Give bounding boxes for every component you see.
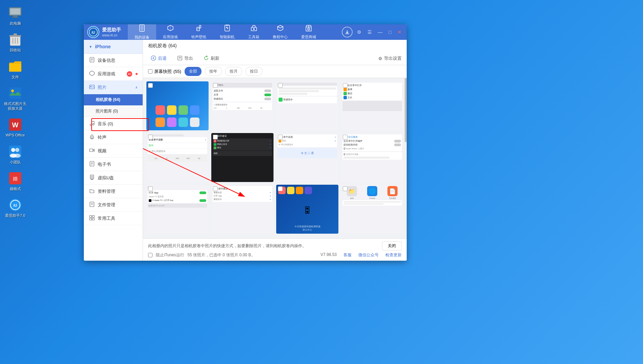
sidebar-item-file-manager[interactable]: 文件管理 xyxy=(84,198,143,212)
sidebar-item-virtual-usb[interactable]: 虚拟U盘 xyxy=(84,171,143,185)
settings-control[interactable]: ⚙ xyxy=(355,29,363,35)
block-itunes-checkbox[interactable] xyxy=(148,253,152,257)
filter-btn-all[interactable]: 全部 xyxy=(185,67,201,76)
photo-grid: 分享镜头 选取文件 共享 xyxy=(143,78,407,237)
photo-checkbox[interactable] xyxy=(213,135,218,139)
desktop-icon-team[interactable]: 小团队 xyxy=(2,142,29,167)
photo-checkbox[interactable] xyxy=(148,186,153,191)
check-update-link[interactable]: 检查更新 xyxy=(385,252,402,258)
export-settings-btn[interactable]: ⚙ 导出设置 xyxy=(378,55,402,61)
support-link[interactable]: 客服 xyxy=(343,252,352,258)
nav-tab-tutorial[interactable]: 教程中心 xyxy=(266,24,294,40)
svg-rect-66 xyxy=(90,218,92,220)
desktop-icon-image-tool[interactable]: 格式式图片无损放大器 xyxy=(2,84,29,114)
sidebar-item-video[interactable]: 视频 xyxy=(84,144,143,158)
photo-item[interactable]: 脚本 打开 App Apple TV 遥控器 ⊙ A xyxy=(146,185,209,234)
photo-checkbox[interactable] xyxy=(213,83,218,88)
desktop-icon-format[interactable]: 婚 婚格式 xyxy=(2,169,29,194)
photo-item[interactable]: 分享镜头 选取文件 共享 xyxy=(211,81,273,130)
sidebar-ebook-label: 电子书 xyxy=(98,161,138,167)
photo-checkbox[interactable] xyxy=(278,135,283,139)
filter-btn-month[interactable]: 按月 xyxy=(225,67,242,76)
screenshot-count: (55) xyxy=(173,69,181,74)
list-control[interactable]: ☰ xyxy=(366,29,374,35)
sidebar-item-music[interactable]: 音乐 (0) xyxy=(84,117,143,131)
photo-item[interactable]: 📁 标准 🌐 Chrome 📄 音乐通道 xyxy=(341,185,403,234)
nav-tab-my-device[interactable]: 我的设备 xyxy=(128,24,156,40)
screenshot-filter-checkbox[interactable]: 屏幕快照 (55) xyxy=(148,69,181,75)
nav-tab-smart-flash[interactable]: 智能刷机 xyxy=(213,24,241,40)
photo-checkbox[interactable] xyxy=(148,135,153,139)
apps-icon xyxy=(167,25,174,33)
photo-checkbox[interactable] xyxy=(213,186,218,191)
apps-badge: 40 xyxy=(127,71,132,77)
computer-icon xyxy=(8,6,22,20)
sidebar-photo-library[interactable]: 照片图库 (0) xyxy=(84,106,143,117)
nav-tab-apps[interactable]: 应用游戏 xyxy=(156,24,185,40)
nav-tab-ringtones[interactable]: 铃声壁纸 xyxy=(185,24,213,40)
svg-rect-1 xyxy=(10,8,20,15)
nav-tab-toolbox[interactable]: 工具箱 xyxy=(241,24,266,40)
svg-point-52 xyxy=(91,136,93,138)
wechat-link[interactable]: 微信公众号 xyxy=(358,252,379,258)
sidebar-device-header: ▼ iPhone xyxy=(84,40,143,54)
maximize-control[interactable]: □ xyxy=(387,29,393,35)
svg-rect-10 xyxy=(9,63,21,72)
filter-bar: 屏幕快照 (55) 全部 按年 按月 按日 xyxy=(143,65,407,78)
minimize-control[interactable]: — xyxy=(376,29,384,35)
sidebar-item-common-tools[interactable]: 常用工具 xyxy=(84,212,143,225)
nav-tab-label: 爱思商城 xyxy=(301,34,316,40)
photo-item[interactable]: 下个操作建议 重建信息 + 打开 App + xyxy=(211,185,273,234)
desktop-icon-isimple[interactable]: iU 爱思助手7.0 xyxy=(2,196,29,220)
ringtones-icon xyxy=(195,25,202,33)
photo-checkbox[interactable] xyxy=(278,83,283,88)
svg-rect-29 xyxy=(141,25,143,30)
logo-icon: iU xyxy=(87,26,99,38)
svg-rect-65 xyxy=(92,215,94,217)
photo-item[interactable]: 从菜单中选数 + 图库 ⊘ 停止快捷指令 xyxy=(146,133,209,182)
sidebar-item-ringtone[interactable]: 铃声 xyxy=(84,131,143,144)
photo-checkbox[interactable] xyxy=(343,135,348,139)
sidebar-item-ebook[interactable]: 电子书 xyxy=(84,158,143,171)
filter-btn-day[interactable]: 按日 xyxy=(245,67,262,76)
photo-item[interactable]: 🎛 今日快捷接快捷检测快捷举心中心 xyxy=(276,185,338,234)
close-notice-button[interactable]: 关闭 xyxy=(382,241,402,251)
photo-checkbox[interactable] xyxy=(343,83,348,88)
photo-grid-wrapper: 分享镜头 选取文件 共享 xyxy=(143,78,407,238)
scroll-thumb xyxy=(405,78,407,142)
sidebar-item-device-info[interactable]: 设备信息 xyxy=(84,54,143,67)
filter-btn-year[interactable]: 按年 xyxy=(205,67,222,76)
photo-item[interactable]: 从菜单中选项 + 图库 + ⊘ 停止快捷指令 xyxy=(276,133,338,182)
desktop-icon-trash[interactable]: 回收站 xyxy=(2,30,29,55)
scroll-indicator[interactable] xyxy=(405,78,407,238)
download-button[interactable] xyxy=(342,27,353,37)
wps-icon: W xyxy=(8,118,22,131)
toolbar-refresh-btn[interactable]: 刷新 xyxy=(201,54,222,63)
close-control[interactable]: ✕ xyxy=(396,29,403,35)
sidebar-device-info-label: 设备信息 xyxy=(98,57,138,63)
desktop-icon-file[interactable]: 文件 xyxy=(2,57,29,82)
photo-item[interactable]: 蓝牙在注册表 在共享中打开喊声 提供机制内容 xyxy=(341,133,403,182)
photo-checkbox[interactable] xyxy=(343,186,348,191)
photo-item[interactable]: 在共享中打开 微博 微信 xyxy=(341,81,403,130)
photo-item[interactable] xyxy=(146,81,209,130)
nav-tab-store[interactable]: 爱思商城 xyxy=(294,24,323,40)
sidebar-item-file-manage[interactable]: 资料管理 xyxy=(84,185,143,198)
photo-item[interactable]: 下个操作建议 网易邮箱大师 + 网易云音乐 xyxy=(211,133,273,182)
screenshot-checkbox[interactable] xyxy=(148,69,152,74)
desktop-icon-wps[interactable]: W WPS Office xyxy=(2,115,29,140)
sidebar-item-apps[interactable]: 应用游戏 40 xyxy=(84,67,143,81)
photo-item[interactable]: 快捷指令 xyxy=(276,81,338,130)
sidebar-camera-roll[interactable]: 相机胶卷 (64) xyxy=(84,94,143,106)
photo-checkbox[interactable] xyxy=(148,83,153,88)
version-label: V7.98.53 xyxy=(320,252,337,258)
virtual-usb-sidebar-icon xyxy=(89,175,95,181)
svg-rect-67 xyxy=(92,218,94,220)
photo-checkbox[interactable] xyxy=(278,186,283,191)
toolbar-back-btn[interactable]: 后退 xyxy=(148,54,169,63)
svg-rect-64 xyxy=(90,215,92,217)
toolbar-export-btn[interactable]: 导出 xyxy=(174,54,196,63)
sidebar-item-photos[interactable]: 照片 ∧ xyxy=(84,81,143,94)
svg-point-16 xyxy=(11,148,15,152)
desktop-icon-computer[interactable]: 此电脑 xyxy=(2,3,29,28)
